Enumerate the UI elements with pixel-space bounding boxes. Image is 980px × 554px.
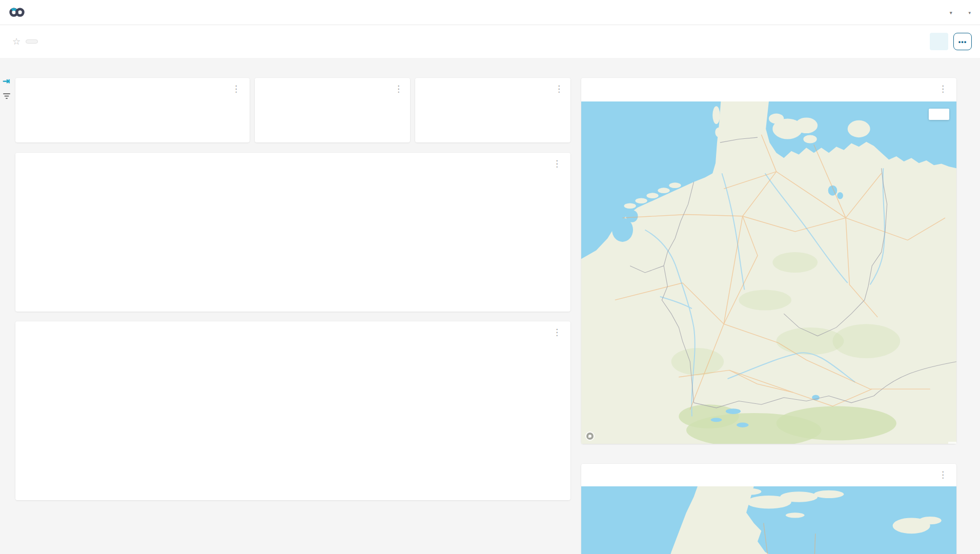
kpi-value	[15, 95, 250, 99]
new-dropdown[interactable]: ▾	[948, 7, 952, 17]
chevron-down-icon: ▾	[968, 10, 971, 15]
chevron-down-icon: ▾	[950, 10, 952, 15]
header-actions: •••	[930, 33, 972, 50]
brand[interactable]	[9, 7, 29, 17]
chart-card-stations-distribution: ⋮	[581, 464, 956, 554]
kpi-sparkline	[18, 123, 35, 139]
superset-dashboard: ▾ ▾ ☆ ••• ⇥ ⋮ ⋮	[0, 0, 980, 554]
chart-menu-icon[interactable]: ⋮	[392, 86, 405, 93]
chart-legend	[481, 173, 567, 283]
map-attribution[interactable]	[948, 442, 956, 444]
dashboard-menu-button[interactable]: •••	[953, 33, 972, 50]
dashboard-header: ☆ •••	[0, 25, 980, 58]
draft-badge	[26, 39, 38, 44]
top-navbar: ▾ ▾	[0, 0, 980, 25]
chart-menu-icon[interactable]: ⋮	[936, 471, 949, 479]
edit-dashboard-button[interactable]	[930, 33, 948, 50]
chart-menu-icon[interactable]: ⋮	[230, 86, 242, 93]
donut-chart	[129, 338, 457, 487]
chart-card-deviation-map: ⋮	[581, 78, 956, 444]
kpi-value	[415, 95, 570, 99]
kpi-card-measurements: ⋮	[15, 78, 250, 142]
map-legend	[929, 109, 949, 120]
settings-menu[interactable]: ▾	[966, 8, 971, 16]
chart-card-measurements-water: ⋮	[15, 321, 570, 500]
dashboard-canvas: ⇥ ⋮ ⋮ ⋮	[0, 58, 980, 554]
favorite-star-icon[interactable]: ☆	[12, 36, 21, 47]
nav-right: ▾ ▾	[948, 7, 971, 17]
deviation-map[interactable]	[581, 101, 956, 444]
kpi-card-days: ⋮	[415, 78, 570, 142]
chart-menu-icon[interactable]: ⋮	[553, 86, 565, 93]
stations-map[interactable]	[581, 486, 956, 554]
kpi-value	[255, 95, 410, 99]
kpi-card-stations: ⋮	[255, 78, 410, 142]
superset-logo	[9, 7, 25, 17]
chart-menu-icon[interactable]: ⋮	[550, 329, 563, 336]
line-chart	[18, 173, 469, 281]
chart-card-measurements-hour: ⋮	[15, 153, 570, 312]
mapbox-logo[interactable]	[585, 432, 597, 441]
chart-menu-icon[interactable]: ⋮	[550, 160, 563, 168]
chart-menu-icon[interactable]: ⋮	[936, 86, 949, 93]
expand-filter-bar-icon[interactable]: ⇥	[3, 76, 10, 87]
filter-icon[interactable]	[3, 93, 11, 102]
